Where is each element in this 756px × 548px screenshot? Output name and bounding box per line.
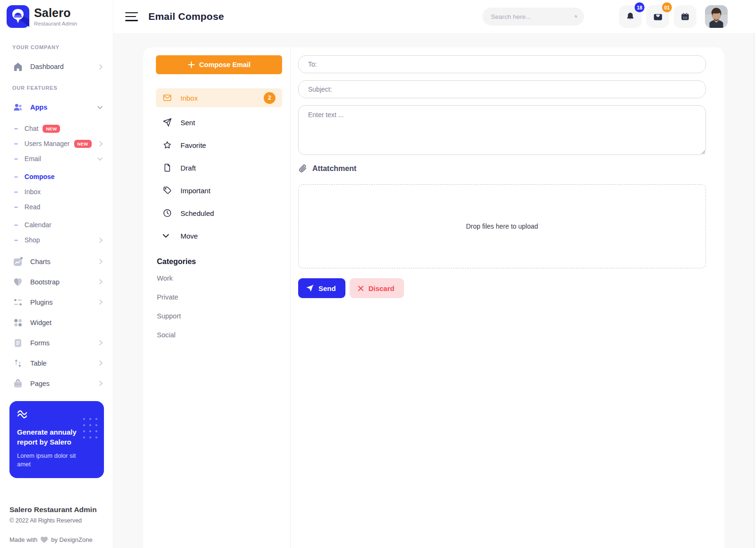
sidebar-item-users-manager[interactable]: – Users Manager NEW <box>9 136 105 151</box>
sidebar-item-chat[interactable]: – Chat NEW <box>9 121 105 136</box>
dash-icon: – <box>14 221 18 229</box>
folder-draft[interactable]: Draft <box>156 156 282 179</box>
sidebar-item-plugins[interactable]: Plugins <box>9 292 105 312</box>
inbox-count-badge: 2 <box>264 92 275 104</box>
folder-scheduled[interactable]: Scheduled <box>156 202 282 224</box>
app-sidebar: Salero Restaurant Admin YOUR COMPANY Das… <box>0 0 113 548</box>
chevron-right-icon <box>99 381 103 386</box>
dash-icon: – <box>14 173 18 180</box>
chevron-right-icon <box>99 300 103 305</box>
action-buttons: Send Discard <box>298 278 706 298</box>
sidebar-item-label: Widget <box>30 319 52 326</box>
home-icon <box>12 61 24 72</box>
grid-icon <box>12 317 24 328</box>
category-work[interactable]: Work <box>156 269 282 288</box>
header-right: 18 01 <box>482 5 728 28</box>
bell-icon <box>625 11 636 22</box>
sidebar-item-label: Calendar <box>25 221 52 229</box>
envelope-icon <box>163 93 172 103</box>
sidebar-item-label: Inbox <box>25 188 41 196</box>
sidebar-item-label: Read <box>25 203 40 211</box>
chevron-right-icon <box>99 340 103 345</box>
folder-sent[interactable]: Sent <box>156 111 282 134</box>
new-badge: NEW <box>43 125 60 133</box>
hamburger-menu-icon[interactable] <box>125 12 138 21</box>
category-private[interactable]: Private <box>156 288 282 307</box>
categories-heading: Categories <box>157 257 282 266</box>
sidebar-item-charts[interactable]: Charts <box>9 251 105 272</box>
search-icon[interactable] <box>575 12 577 21</box>
avatar-photo <box>705 5 728 28</box>
folder-label: Move <box>180 232 198 240</box>
sidebar-item-read[interactable]: – Read <box>9 199 105 214</box>
sidebar-item-label: Email <box>25 155 41 163</box>
sidebar-item-bootstrap[interactable]: Bootstrap <box>9 272 105 292</box>
message-count-badge: 01 <box>662 2 672 12</box>
chevron-right-icon <box>99 360 103 366</box>
sidebar-item-label: Charts <box>30 258 51 265</box>
sidebar-item-calendar[interactable]: – Calendar <box>9 217 105 232</box>
page-title: Email Compose <box>148 11 224 22</box>
sidebar-item-dashboard[interactable]: Dashboard <box>9 57 105 77</box>
brand-text: Salero Restaurant Admin <box>34 7 77 26</box>
folder-list: Inbox 2 Sent <box>156 88 282 247</box>
folder-inbox[interactable]: Inbox 2 <box>156 88 282 107</box>
sliders-icon <box>12 297 24 308</box>
sidebar-item-label: Forms <box>30 339 50 347</box>
notification-count-badge: 18 <box>635 2 644 12</box>
calendar-button[interactable] <box>674 5 696 28</box>
category-support[interactable]: Support <box>156 307 282 325</box>
sidebar-item-label: Chat <box>25 125 39 132</box>
chart-icon <box>12 256 24 267</box>
file-dropzone[interactable]: Drop files here to upload <box>298 184 706 268</box>
brand-tagline: Restaurant Admin <box>34 21 77 26</box>
send-icon <box>306 284 314 292</box>
sidebar-item-label: Table <box>30 360 47 367</box>
category-label: Work <box>157 274 173 282</box>
sidebar-item-pages[interactable]: Pages <box>9 373 105 394</box>
section-label-company: YOUR COMPANY <box>12 44 105 50</box>
paper-plane-icon <box>163 118 172 127</box>
message-body-field[interactable] <box>298 105 706 155</box>
briefcase-icon <box>12 378 24 389</box>
sidebar-item-label: Shop <box>25 236 40 244</box>
sidebar-item-table[interactable]: Table <box>9 353 105 373</box>
brand[interactable]: Salero Restaurant Admin <box>0 0 113 33</box>
mail-icon <box>653 11 663 22</box>
folder-move[interactable]: Move <box>156 224 282 247</box>
category-label: Private <box>157 293 178 301</box>
sidebar-item-apps[interactable]: Apps <box>9 97 105 117</box>
sidebar-item-inbox[interactable]: – Inbox <box>9 184 105 199</box>
sidebar-item-label: Dashboard <box>30 63 64 70</box>
chevron-right-icon <box>99 64 103 69</box>
to-field[interactable] <box>298 55 706 73</box>
folder-important[interactable]: Important <box>156 179 282 202</box>
folder-favorite[interactable]: Favorite <box>156 134 282 156</box>
sidebar-item-compose[interactable]: – Compose <box>9 169 105 184</box>
discard-label: Discard <box>369 284 395 292</box>
send-button[interactable]: Send <box>298 278 345 298</box>
search-input[interactable] <box>491 13 575 20</box>
notifications-button[interactable]: 18 <box>619 5 642 28</box>
scrollbar[interactable] <box>754 33 756 548</box>
discard-button[interactable]: Discard <box>350 278 404 298</box>
sidebar-item-email[interactable]: – Email <box>9 151 105 166</box>
compose-form: Attatchment Drop files here to upload Se… <box>291 47 724 548</box>
document-lines-icon <box>12 337 24 349</box>
close-icon <box>358 285 364 291</box>
subject-field[interactable] <box>298 80 706 98</box>
sidebar-item-widget[interactable]: Widget <box>9 312 105 333</box>
chevron-down-icon <box>163 231 172 240</box>
file-icon <box>163 163 172 172</box>
dash-icon: – <box>14 155 18 163</box>
user-avatar[interactable] <box>705 5 728 28</box>
sidebar-item-label: Plugins <box>30 299 53 306</box>
category-social[interactable]: Social <box>156 325 282 344</box>
promo-card: Generate annualy report by Salero Lorem … <box>9 401 104 478</box>
sidebar-item-label: Apps <box>30 103 47 111</box>
sidebar-item-forms[interactable]: Forms <box>9 333 105 353</box>
search-box <box>482 8 584 26</box>
messages-button[interactable]: 01 <box>646 5 669 28</box>
compose-email-button[interactable]: Compose Email <box>156 55 282 74</box>
sidebar-item-shop[interactable]: – Shop <box>9 232 105 248</box>
